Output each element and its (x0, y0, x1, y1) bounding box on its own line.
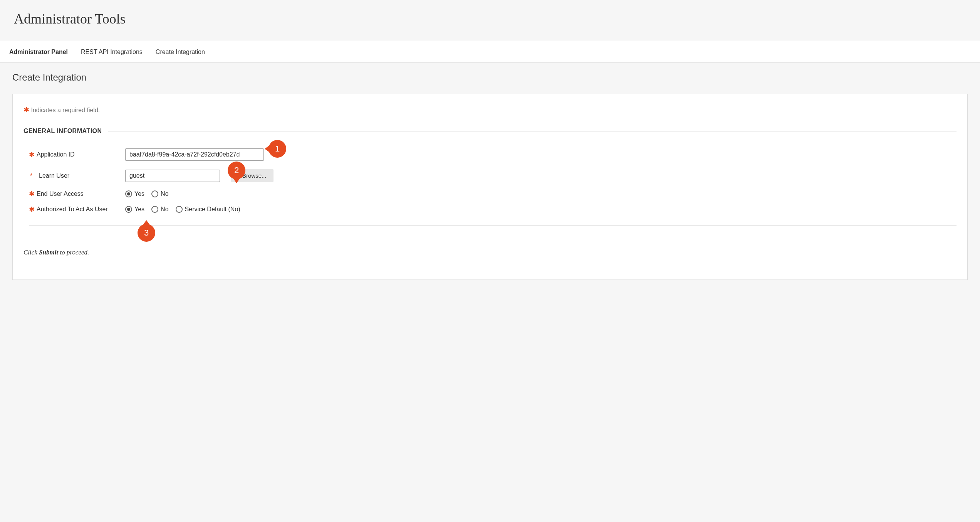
asterisk-icon: ✱ (29, 151, 34, 158)
section-rule (108, 131, 957, 131)
radio-authorized-service-default[interactable] (176, 206, 183, 213)
label-authorized: Authorized To Act As User (37, 206, 108, 213)
section-title-general: GENERAL INFORMATION (23, 128, 108, 135)
application-id-input[interactable] (125, 148, 264, 161)
callout-marker-2: 2 (228, 162, 245, 179)
asterisk-icon: * (29, 172, 34, 179)
row-learn-user: * Learn User Browse... (29, 169, 957, 182)
label-end-user-access: End User Access (37, 190, 84, 197)
asterisk-icon: ✱ (29, 190, 34, 197)
callout-marker-3: 3 (138, 224, 155, 242)
tab-create-integration[interactable]: Create Integration (156, 49, 205, 56)
required-field-note: ✱ Indicates a required field. (23, 106, 957, 114)
row-end-user-access: ✱ End User Access Yes No (29, 190, 957, 197)
callout-number: 1 (275, 144, 280, 154)
footer-text-bold: Submit (39, 249, 58, 256)
asterisk-icon: ✱ (29, 206, 34, 213)
learn-user-input[interactable] (125, 170, 220, 182)
form-panel: ✱ Indicates a required field. GENERAL IN… (12, 94, 968, 280)
row-application-id: ✱ Application ID (29, 148, 957, 161)
row-authorized: ✱ Authorized To Act As User Yes No (29, 206, 957, 213)
label-learn-user: Learn User (37, 172, 69, 179)
tab-bar: Administrator Panel REST API Integration… (0, 41, 980, 63)
radio-authorized-no[interactable] (151, 206, 158, 213)
radio-label: No (161, 190, 168, 197)
label-application-id: Application ID (37, 151, 75, 158)
footer-note: Click Submit to proceed. (23, 249, 957, 256)
asterisk-icon: ✱ (23, 106, 29, 114)
content-title: Create Integration (12, 72, 968, 83)
radio-label: Yes (134, 190, 144, 197)
page-title: Administrator Tools (14, 11, 966, 27)
footer-text-post: to proceed. (58, 249, 89, 256)
tab-administrator-panel[interactable]: Administrator Panel (9, 49, 68, 56)
callout-marker-1: 1 (268, 140, 286, 158)
radio-label: No (161, 206, 168, 213)
required-field-text: Indicates a required field. (31, 107, 100, 113)
radio-end-user-no[interactable] (151, 190, 158, 197)
callout-number: 3 (144, 228, 149, 238)
tab-rest-api-integrations[interactable]: REST API Integrations (81, 49, 143, 56)
footer-text-pre: Click (23, 249, 39, 256)
callout-number: 2 (234, 165, 239, 175)
radio-label: Service Default (No) (185, 206, 240, 213)
radio-authorized-yes[interactable] (125, 206, 132, 213)
radio-label: Yes (134, 206, 144, 213)
radio-end-user-yes[interactable] (125, 190, 132, 197)
divider (29, 225, 957, 226)
